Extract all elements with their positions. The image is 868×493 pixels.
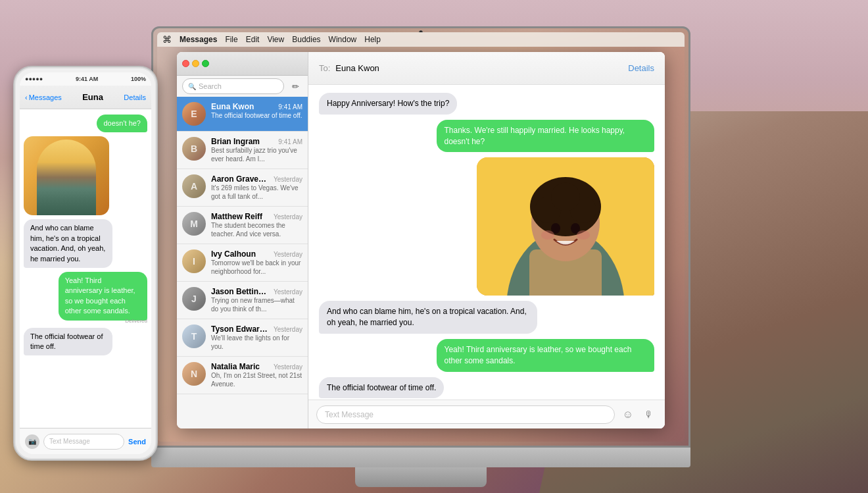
avatar-ivy: I — [182, 249, 206, 273]
iphone-signal: ●●●●● — [25, 76, 43, 82]
macos-menubar: ⌘ Messages File Edit View Buddies Window… — [157, 32, 685, 47]
conversation-item-brian[interactable]: B Brian Ingram 9:41 AM Best surfabilly j… — [177, 132, 308, 169]
menubar-edit[interactable]: Edit — [246, 35, 260, 44]
chat-image-bubble — [477, 157, 654, 296]
svg-point-10 — [541, 230, 554, 240]
conv-name-natalia: Natalia Maric — [211, 362, 260, 371]
macbook-device: ⌘ Messages File Edit View Buddies Window… — [151, 26, 690, 487]
chat-bubble-sent: Thanks. We're still happily married. He … — [437, 120, 655, 153]
iphone-input-bar: 📷 Text Message Send — [20, 428, 151, 454]
conv-time-natalia: Yesterday — [274, 363, 302, 371]
mic-icon: 🎙 — [644, 409, 654, 420]
search-placeholder: Search — [199, 82, 222, 90]
menubar-view[interactable]: View — [267, 35, 284, 44]
conv-name-matthew: Matthew Reiff — [211, 212, 262, 221]
macbook-base — [151, 448, 690, 467]
search-input[interactable]: 🔍 Search — [182, 78, 284, 94]
iphone-details-button[interactable]: Details — [124, 93, 146, 101]
iphone-input-placeholder: Text Message — [49, 438, 90, 445]
conv-time-euna: 9:41 AM — [278, 103, 302, 111]
chat-bubble-sent: Yeah! Third anniversary is leather, so w… — [437, 339, 655, 372]
conversation-item-ivy[interactable]: I Ivy Calhoun Yesterday Tomorrow we'll b… — [177, 244, 308, 282]
emoji-icon: ☺ — [623, 409, 633, 421]
chat-to-label: To: — [319, 63, 330, 73]
iphone-message-bubble: The official footwear of time off. — [24, 328, 112, 356]
macbook-foot — [355, 467, 487, 487]
emoji-button[interactable]: ☺ — [620, 407, 636, 423]
menubar-help[interactable]: Help — [364, 35, 381, 44]
chat-message-input[interactable]: Text Message — [316, 405, 615, 424]
conversation-item-tyson[interactable]: T Tyson Edwar… Yesterday We'll leave the… — [177, 319, 308, 357]
macbook-screen: ⌘ Messages File Edit View Buddies Window… — [151, 26, 690, 448]
conv-preview-euna: The official footwear of time off. — [211, 111, 302, 120]
menubar-app-name: Messages — [180, 35, 217, 44]
conv-time-aaron: Yesterday — [274, 176, 302, 183]
conv-preview-matthew: The student becomes the teacher. And vic… — [211, 221, 302, 238]
chat-recipient-name: Euna Kwon — [335, 63, 628, 73]
iphone-delivered-label: Delivered — [125, 318, 147, 324]
close-button[interactable] — [182, 60, 189, 67]
iphone-back-button[interactable]: ‹ Messages — [25, 93, 62, 101]
chat-details-button[interactable]: Details — [628, 63, 654, 73]
conv-name-ivy: Ivy Calhoun — [211, 249, 256, 259]
traffic-lights — [182, 60, 209, 67]
conv-time-jason: Yesterday — [274, 288, 302, 296]
iphone-message-bubble: doesn't he? — [97, 115, 147, 132]
chat-header: To: Euna Kwon Details — [308, 52, 665, 85]
minimize-button[interactable] — [192, 60, 199, 67]
conversation-item-aaron[interactable]: A Aaron Grave… Yesterday It's 269 miles … — [177, 169, 308, 207]
conversation-item-matthew[interactable]: M Matthew Reiff Yesterday The student be… — [177, 207, 308, 244]
mic-button[interactable]: 🎙 — [641, 407, 657, 423]
iphone-chat-title: Euna — [82, 92, 103, 102]
iphone-back-label: Messages — [29, 93, 62, 101]
chat-message-container: Thanks. We're still happily married. He … — [319, 120, 654, 153]
iphone-send-button[interactable]: Send — [128, 438, 146, 446]
iphone-time: 9:41 AM — [76, 76, 98, 82]
iphone-battery: 100% — [131, 76, 146, 82]
conv-preview-jason: Trying on new frames—what do you think o… — [211, 296, 302, 313]
chat-message-container — [319, 157, 654, 296]
menubar-buddies[interactable]: Buddies — [292, 35, 320, 44]
avatar-matthew: M — [182, 212, 206, 236]
search-icon: 🔍 — [188, 83, 196, 90]
menubar-file[interactable]: File — [225, 35, 237, 44]
messages-window: 🔍 Search ✏ E — [177, 52, 665, 428]
conversation-item-natalia[interactable]: N Natalia Maric Yesterday Oh, I'm on 21s… — [177, 357, 308, 394]
conversation-item-jason[interactable]: J Jason Bettin… Yesterday Trying on new … — [177, 282, 308, 319]
chat-message-container: Happy Anniversary! How's the trip? — [319, 93, 654, 115]
chat-message-container: Yeah! Third anniversary is leather, so w… — [319, 339, 654, 372]
iphone-message-bubble: Yeah! Third anniversary is leather, so w… — [59, 272, 147, 321]
avatar-euna: E — [182, 102, 206, 126]
chat-input-bar: Text Message ☺ 🎙 — [308, 400, 665, 428]
iphone-message-input[interactable]: Text Message — [43, 434, 124, 450]
iphone-chevron-icon: ‹ — [25, 93, 28, 101]
conv-preview-brian: Best surfabilly jazz trio you've ever he… — [211, 146, 302, 163]
iphone-status-bar: ●●●●● 9:41 AM 100% — [20, 72, 151, 86]
menubar-window[interactable]: Window — [329, 35, 357, 44]
iphone-camera-button[interactable]: 📷 — [25, 434, 39, 449]
iphone-message-bubble: And who can blame him, he's on a tropica… — [24, 219, 112, 268]
avatar-natalia: N — [182, 362, 206, 386]
conv-preview-tyson: We'll leave the lights on for you. — [211, 334, 302, 351]
chat-bubble-received: And who can blame him, he's on a tropica… — [319, 301, 537, 334]
iphone-message-image — [24, 136, 109, 215]
conv-preview-aaron: It's 269 miles to Vegas. We've got a ful… — [211, 184, 302, 201]
chat-message-list: Happy Anniversary! How's the trip? Thank… — [308, 85, 665, 400]
chat-message-container: The official footwear of time off. — [319, 377, 654, 399]
conv-name-brian: Brian Ingram — [211, 137, 260, 146]
compose-button[interactable]: ✏ — [288, 79, 302, 93]
chat-area: To: Euna Kwon Details Happy Anniversary!… — [308, 52, 665, 428]
iphone-device: ●●●●● 9:41 AM 100% ‹ Messages Euna Detai… — [13, 66, 158, 461]
maximize-button[interactable] — [202, 60, 209, 67]
conversation-item-euna[interactable]: E Euna Kwon 9:41 AM The official footwea… — [177, 97, 308, 132]
iphone-message-list: doesn't he? And who can blame him, he's … — [20, 109, 151, 432]
svg-point-7 — [551, 182, 580, 211]
conv-preview-natalia: Oh, I'm on 21st Street, not 21st Avenue. — [211, 371, 302, 388]
conv-time-ivy: Yesterday — [274, 251, 302, 258]
chat-message-container: And who can blame him, he's on a tropica… — [319, 301, 654, 334]
conv-time-brian: 9:41 AM — [278, 138, 302, 145]
chat-image-svg — [477, 157, 654, 296]
conv-time-matthew: Yesterday — [274, 213, 302, 221]
conv-name-tyson: Tyson Edwar… — [211, 324, 268, 334]
apple-logo-icon: ⌘ — [162, 34, 172, 45]
